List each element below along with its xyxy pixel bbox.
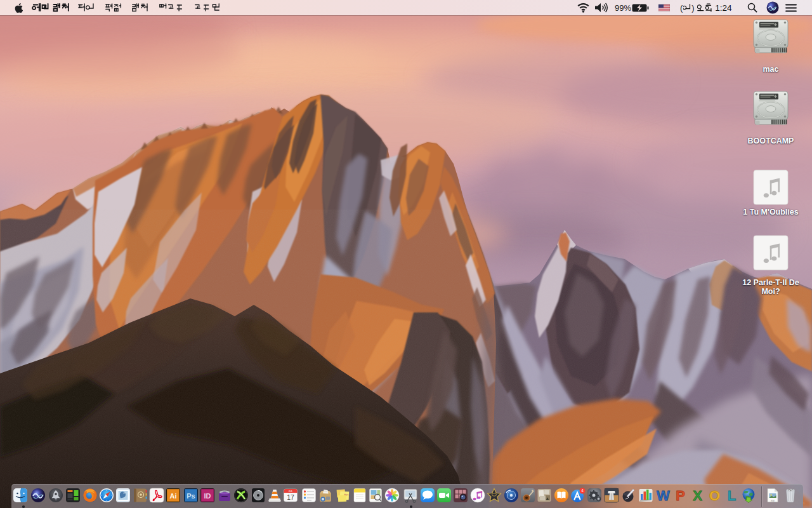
svg-text:P: P [676, 488, 685, 503]
svg-text:W: W [657, 488, 670, 503]
svg-text:17: 17 [287, 493, 294, 501]
svg-text:JUL: JUL [288, 490, 293, 493]
svg-text:Ai: Ai [170, 492, 177, 500]
svg-text:4: 4 [581, 488, 584, 493]
svg-text:Ps: Ps [187, 492, 195, 500]
svg-text:ID: ID [204, 492, 211, 500]
svg-text:Mgm: Mgm [344, 493, 349, 496]
svg-text:O: O [709, 488, 720, 503]
svg-text:RW: RW [771, 500, 775, 502]
svg-text:L: L [728, 488, 736, 503]
svg-text:X: X [693, 488, 702, 503]
